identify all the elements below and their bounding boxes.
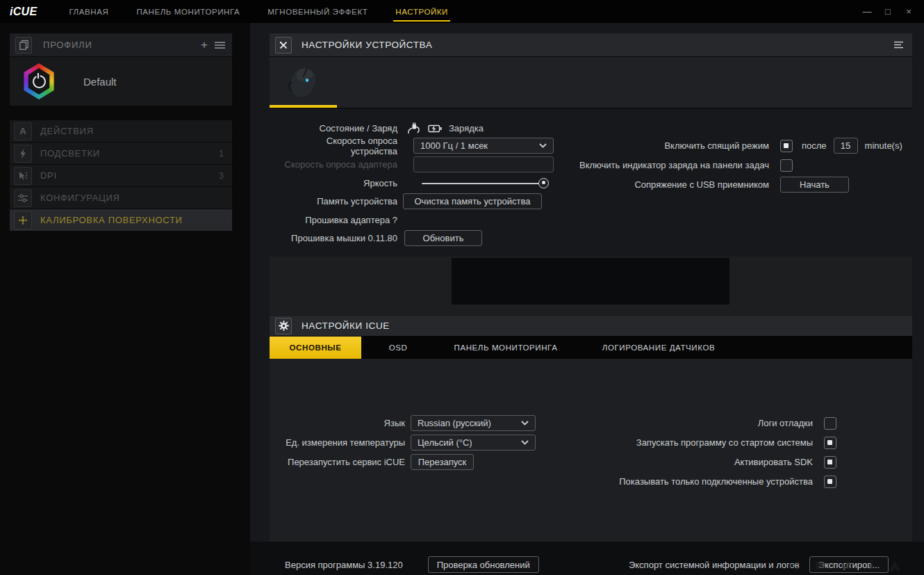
calibration-icon: [14, 211, 32, 229]
icue-settings-panel: НАСТРОЙКИ ICUE ОСНОВНЫЕ OSD ПАНЕЛЬ МОНИТ…: [270, 316, 912, 542]
polling-rate-select[interactable]: 1000 Гц / 1 мсек: [413, 138, 554, 154]
restart-service-button[interactable]: Перезапуск: [411, 454, 474, 470]
connected-only-label: Показывать только подключенные устройств…: [568, 476, 813, 487]
device-tab-mouse[interactable]: [270, 57, 337, 108]
add-profile-button[interactable]: +: [201, 39, 208, 51]
profile-name: Default: [83, 76, 117, 88]
usb-pairing-start-button[interactable]: Начать: [780, 177, 849, 193]
slider-thumb[interactable]: [538, 178, 549, 188]
profiles-icon: [15, 37, 32, 54]
sleep-mode-checkbox[interactable]: [780, 140, 793, 152]
facebook-icon[interactable]: [868, 560, 874, 571]
autostart-label: Запускать программу со стартом системы: [568, 437, 813, 448]
profile-logo-icon: [22, 63, 56, 99]
sidebar-item-lighting[interactable]: ПОДСВЕТКИ 1: [10, 143, 232, 164]
chevron-down-icon: [521, 421, 529, 426]
profile-list-menu-icon[interactable]: [215, 41, 225, 49]
window-controls: — □ ×: [861, 0, 914, 23]
community-icon[interactable]: [889, 561, 900, 571]
export-logs-label: Экспорт системной информации и логов: [629, 560, 800, 570]
device-settings-panel: НАСТРОЙКИ УСТРОЙСТВА: [270, 33, 912, 256]
mouse-device-image: [283, 65, 324, 101]
share-icon[interactable]: [789, 560, 800, 571]
tab-dashboard[interactable]: ПАНЕЛЬ МОНИТОРИНГА: [435, 337, 577, 359]
dpi-cursor-icon: [14, 167, 32, 185]
device-settings-body: Состояние / Заряд: [270, 108, 912, 256]
update-firmware-button[interactable]: Обновить: [404, 230, 482, 246]
battery-charging-icon: [428, 124, 443, 133]
panel-menu-icon[interactable]: [893, 41, 904, 49]
profiles-title: ПРОФИЛИ: [43, 40, 201, 50]
profiles-header: ПРОФИЛИ +: [10, 33, 232, 56]
enable-sdk-checkbox[interactable]: [824, 456, 836, 469]
dark-region: [452, 258, 729, 305]
sidebar-menu: A ДЕЙСТВИЯ ПОДСВЕТКИ 1 DPI 3 КОНФИГУРАЦИ…: [10, 120, 232, 232]
actions-icon: A: [14, 122, 32, 140]
social-links: [789, 560, 900, 571]
nav-settings[interactable]: НАСТРОЙКИ: [395, 1, 448, 22]
chevron-down-icon: [539, 143, 547, 148]
gear-icon: [275, 318, 292, 334]
adapter-polling-input[interactable]: [413, 156, 554, 172]
device-tabs: [270, 57, 912, 108]
tab-osd[interactable]: OSD: [361, 337, 435, 359]
connected-only-checkbox[interactable]: [824, 476, 836, 488]
temperature-units-select[interactable]: Цельсий (°C): [411, 435, 536, 451]
mouse-firmware-label: Прошивка мышки 0.11.80: [278, 233, 397, 243]
brightness-label: Яркость: [278, 178, 397, 188]
app-version-label: Версия программы 3.19.120: [285, 560, 403, 570]
polling-rate-label: Скорость опроса устройства: [278, 136, 397, 156]
nav-home[interactable]: ГЛАВНАЯ: [69, 1, 108, 22]
sidebar-item-actions[interactable]: A ДЕЙСТВИЯ: [10, 120, 232, 142]
between-panels-strip: [270, 257, 912, 315]
profile-item-default[interactable]: Default: [10, 57, 232, 106]
sidebar-item-configuration[interactable]: КОНФИГУРАЦИЯ: [10, 187, 232, 209]
sleep-minutes-input[interactable]: [834, 138, 858, 154]
enable-sdk-label: Активировать SDK: [568, 457, 813, 467]
minimize-button[interactable]: —: [861, 6, 873, 17]
check-updates-button[interactable]: Проверка обновлений: [428, 556, 539, 573]
restart-service-label: Перезапустить сервис iCUE: [278, 457, 405, 467]
main-nav: ГЛАВНАЯ ПАНЕЛЬ МОНИТОРИНГА МГНОВЕННЫЙ ЭФ…: [69, 1, 448, 22]
chevron-down-icon: [521, 440, 529, 445]
debug-logs-checkbox[interactable]: [824, 417, 836, 430]
sidebar-item-surface-calibration[interactable]: КАЛИБРОВКА ПОВЕРХНОСТИ: [10, 209, 232, 231]
icue-tabs: ОСНОВНЫЕ OSD ПАНЕЛЬ МОНИТОРИНГА ЛОГИРОВА…: [270, 337, 912, 359]
usb-plug-icon: [407, 122, 422, 134]
language-label: Язык: [278, 418, 405, 428]
debug-logs-label: Логи отладки: [568, 418, 813, 428]
status-value: Зарядка: [449, 123, 484, 133]
device-memory-label: Память устройства: [278, 196, 397, 206]
device-settings-header: НАСТРОЙКИ УСТРОЙСТВА: [270, 33, 912, 57]
sleep-unit-label: minute(s): [865, 140, 902, 151]
autostart-checkbox[interactable]: [824, 437, 836, 449]
sleep-mode-label: Включить спящий режим: [568, 140, 769, 151]
nav-dashboard[interactable]: ПАНЕЛЬ МОНИТОРИНГА: [136, 1, 240, 22]
tab-general[interactable]: ОСНОВНЫЕ: [270, 337, 361, 359]
adapter-firmware-label: Прошивка адаптера ?: [278, 215, 397, 225]
usb-pairing-label: Сопряжение с USB приемником: [568, 179, 769, 190]
maximize-button[interactable]: □: [882, 6, 893, 17]
adapter-polling-label: Скорость опроса адаптера: [278, 159, 397, 170]
brightness-slider[interactable]: [422, 178, 543, 189]
close-button[interactable]: ×: [903, 6, 914, 17]
device-settings-title: НАСТРОЙКИ УСТРОЙСТВА: [302, 40, 893, 50]
icue-settings-body: Язык Russian (русский) Ед. измерения тем…: [270, 359, 912, 542]
titlebar: iCUE ГЛАВНАЯ ПАНЕЛЬ МОНИТОРИНГА МГНОВЕНН…: [0, 0, 924, 23]
language-select[interactable]: Russian (русский): [411, 415, 536, 431]
tab-sensor-logging[interactable]: ЛОГИРОВАНИЕ ДАТЧИКОВ: [577, 337, 741, 359]
sliders-icon: [14, 189, 32, 207]
icue-settings-header: НАСТРОЙКИ ICUE: [270, 316, 912, 337]
taskbar-indicator-label: Включить индикатор заряда на панели зада…: [568, 160, 769, 170]
sidebar-item-dpi[interactable]: DPI 3: [10, 165, 232, 186]
forum-icon[interactable]: [815, 561, 826, 571]
taskbar-indicator-checkbox[interactable]: [780, 159, 793, 172]
nav-instant-lighting[interactable]: МГНОВЕННЫЙ ЭФФЕКТ: [267, 1, 368, 22]
sidebar-background: [0, 23, 250, 575]
lightning-icon: [14, 145, 32, 163]
app-logo: iCUE: [10, 6, 37, 18]
sleep-after-label: после: [802, 140, 827, 151]
clear-memory-button[interactable]: Очистка память устройства: [403, 193, 542, 209]
twitter-icon[interactable]: [841, 561, 852, 570]
temperature-units-label: Ед. измерения температуры: [278, 437, 405, 448]
